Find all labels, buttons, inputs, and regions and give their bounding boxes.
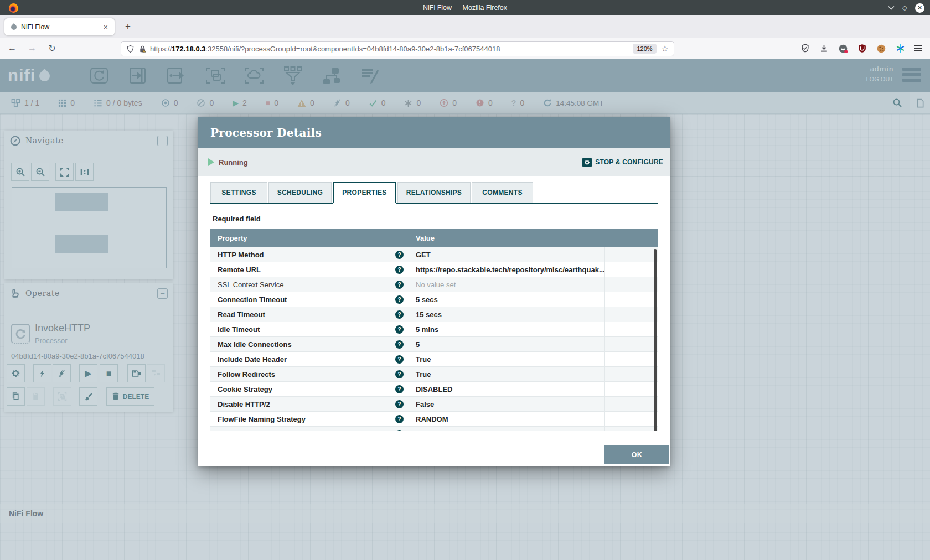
help-icon[interactable]: ?: [395, 340, 404, 349]
table-row: Disable HTTP/2? False: [210, 397, 658, 412]
url-text: https://172.18.0.3:32558/nifi/?processGr…: [150, 45, 500, 53]
containers-extension-icon[interactable]: [838, 44, 848, 54]
help-icon[interactable]: ?: [395, 310, 404, 319]
tab-title: NiFi Flow: [21, 23, 49, 31]
table-row: HTTP Method? GET: [210, 247, 658, 262]
browser-toolbar: ← → ↻ https://172.18.0.3:32558/nifi/?pro…: [0, 38, 930, 59]
tab-properties[interactable]: PROPERTIES: [333, 182, 396, 204]
table-row: Remote URL? https://repo.stackable.tech/…: [210, 262, 658, 277]
tab-settings[interactable]: SETTINGS: [210, 182, 267, 203]
help-icon[interactable]: ?: [395, 266, 404, 274]
close-window-button[interactable]: ×: [915, 3, 924, 13]
window-title: NiFi Flow — Mozilla Firefox: [0, 0, 930, 15]
url-bar[interactable]: https://172.18.0.3:32558/nifi/?processGr…: [121, 41, 674, 56]
pocket-shield-icon[interactable]: [800, 44, 810, 53]
bookmark-star-icon[interactable]: ☆: [662, 44, 669, 54]
help-icon[interactable]: ?: [395, 251, 404, 259]
browser-tab[interactable]: NiFi Flow ×: [4, 18, 115, 35]
help-icon[interactable]: ?: [395, 400, 404, 408]
table-row-partial: Attributes to Send? No value set: [210, 427, 658, 431]
menu-button[interactable]: [914, 44, 922, 53]
table-scrollbar[interactable]: [654, 249, 657, 431]
properties-table: Property Value HTTP Method? GET Remote U…: [210, 229, 658, 431]
table-row: Follow Redirects? True: [210, 367, 658, 382]
dialog-status-bar: Running STOP & CONFIGURE: [198, 148, 670, 176]
forward-button[interactable]: →: [24, 43, 40, 53]
zoom-level-badge[interactable]: 120%: [633, 44, 656, 54]
help-icon[interactable]: ?: [395, 370, 404, 378]
help-icon[interactable]: ?: [395, 385, 404, 393]
table-row: Connection Timeout? 5 secs: [210, 292, 658, 307]
table-row: Max Idle Connections? 5: [210, 337, 658, 352]
lock-warning-icon[interactable]: [138, 45, 147, 53]
window-titlebar: NiFi Flow — Mozilla Firefox ◇ ×: [0, 0, 930, 15]
ublock-extension-icon[interactable]: [857, 44, 867, 53]
shield-permissions-icon[interactable]: [126, 45, 135, 53]
dialog-title: Processor Details: [210, 126, 322, 139]
tab-comments[interactable]: COMMENTS: [472, 182, 533, 203]
table-row: Cookie Strategy? DISABLED: [210, 382, 658, 397]
maximize-icon[interactable]: ◇: [902, 4, 907, 12]
property-column-header: Property: [210, 234, 409, 242]
running-state-icon: [208, 158, 214, 166]
table-row: FlowFile Naming Strategy? RANDOM: [210, 412, 658, 427]
cookie-extension-icon[interactable]: [876, 44, 886, 54]
help-icon[interactable]: ?: [395, 325, 404, 334]
table-row: Idle Timeout? 5 mins: [210, 322, 658, 337]
processor-details-dialog: Processor Details Running STOP & CONFIGU…: [198, 117, 670, 466]
help-icon[interactable]: ?: [395, 355, 404, 364]
reload-button[interactable]: ↻: [44, 43, 60, 54]
help-icon[interactable]: ?: [395, 295, 404, 304]
tab-strip: NiFi Flow × +: [0, 15, 930, 38]
nifi-favicon-icon: [10, 23, 18, 30]
dialog-header: Processor Details: [198, 117, 670, 148]
table-row: SSL Context Service? No value set: [210, 277, 658, 292]
stop-configure-gear-icon: [582, 158, 592, 167]
dialog-tabs: SETTINGS SCHEDULING PROPERTIES RELATIONS…: [210, 182, 658, 204]
table-header: Property Value: [210, 229, 658, 247]
ok-button[interactable]: OK: [604, 445, 669, 464]
downloads-icon[interactable]: [819, 44, 829, 53]
tab-scheduling[interactable]: SCHEDULING: [268, 182, 332, 203]
running-state-label: Running: [219, 158, 248, 167]
new-tab-button[interactable]: +: [121, 20, 135, 34]
tab-relationships[interactable]: RELATIONSHIPS: [397, 182, 471, 203]
stop-and-configure-button[interactable]: STOP & CONFIGURE: [582, 158, 663, 167]
table-row: Include Date Header? True: [210, 352, 658, 367]
help-icon[interactable]: ?: [395, 415, 404, 423]
minimize-icon[interactable]: [888, 6, 895, 10]
back-button[interactable]: ←: [4, 43, 20, 53]
required-field-label: Required field: [213, 215, 261, 223]
help-icon[interactable]: ?: [395, 430, 404, 432]
tab-close-icon[interactable]: ×: [101, 23, 110, 32]
help-icon[interactable]: ?: [395, 281, 404, 289]
value-column-header: Value: [409, 234, 435, 242]
table-row: Read Timeout? 15 secs: [210, 307, 658, 322]
pinwheel-extension-icon[interactable]: [896, 44, 905, 53]
